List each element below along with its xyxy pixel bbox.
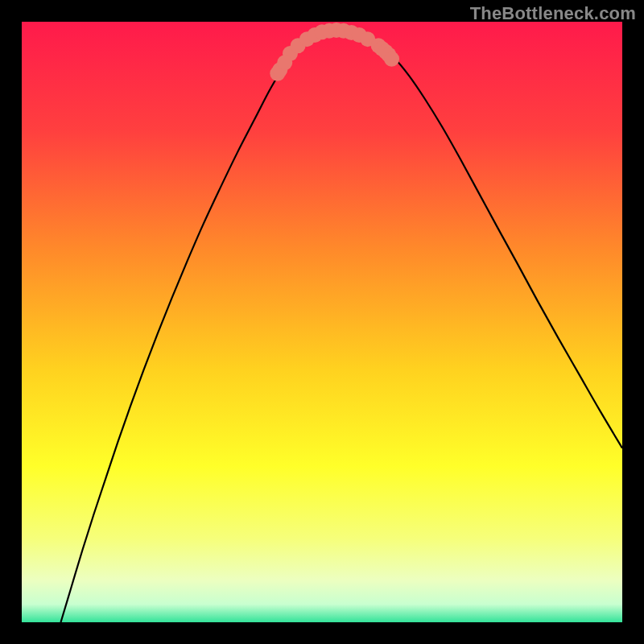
curve-marker <box>277 55 292 70</box>
curve-marker <box>384 52 399 67</box>
chart-frame: TheBottleneck.com <box>0 0 644 644</box>
chart-plot-area <box>22 22 622 622</box>
watermark-text: TheBottleneck.com <box>470 3 636 24</box>
chart-svg <box>22 22 622 622</box>
gradient-background <box>22 22 622 622</box>
